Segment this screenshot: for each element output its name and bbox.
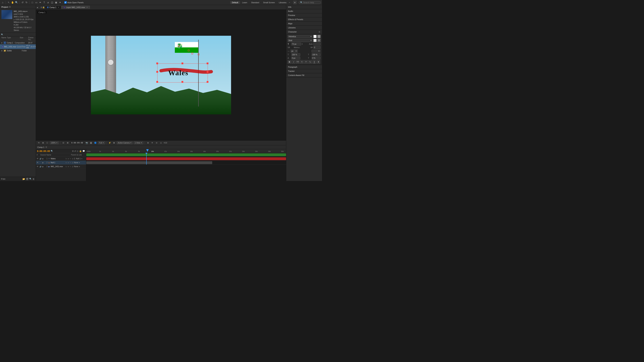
brush-icon[interactable]: ⌀: [46, 1, 50, 4]
new-comp-icon[interactable]: 🎬: [26, 178, 28, 180]
search-folder-icon[interactable]: 🔍: [29, 178, 32, 180]
show-channel-icon[interactable]: 🔵: [94, 141, 97, 145]
tl-layer-1[interactable]: 👁 🔊 ▶ 1 T Wales fx ★ ✎ @ 2. Null 1 ▼: [36, 157, 86, 161]
search-input[interactable]: [303, 1, 319, 3]
project-search-input[interactable]: [4, 33, 35, 35]
project-menu-icon[interactable]: ☰: [9, 6, 10, 8]
workspace-standard[interactable]: Standard: [250, 1, 261, 4]
bold-button[interactable]: B: [288, 60, 291, 64]
workspace-learn[interactable]: Learn: [240, 1, 249, 4]
color-swatch-trans[interactable]: [314, 39, 316, 42]
zoom-icon[interactable]: 🔍: [15, 1, 18, 4]
super-button[interactable]: T²: [304, 60, 308, 64]
grid-icon[interactable]: ⊞: [41, 141, 44, 145]
smallcaps-button[interactable]: Tr: [300, 60, 304, 64]
auto-open-checkbox[interactable]: Auto-Open Panels: [64, 1, 84, 3]
sub-button[interactable]: T₂: [308, 60, 312, 64]
scale-h-input[interactable]: 100 %: [291, 53, 300, 56]
home-icon[interactable]: ⌂: [1, 1, 4, 4]
tl-expand-1[interactable]: ▶: [42, 158, 44, 160]
tl-vis-2[interactable]: 👁: [37, 162, 39, 164]
workspace-default[interactable]: Default: [230, 1, 240, 4]
strike-button[interactable]: T: [316, 60, 320, 64]
font-family-dropdown[interactable]: Helvetica ▼: [288, 35, 313, 38]
tl-vis-3[interactable]: 👁: [37, 166, 39, 168]
tracking-input[interactable]: [314, 46, 320, 49]
stamp-icon[interactable]: ▣: [54, 1, 58, 4]
tl-comment-icon[interactable]: 💬: [82, 150, 85, 152]
font-style-dropdown[interactable]: Bold ▼: [288, 39, 313, 42]
workspace-libraries[interactable]: Libraries: [277, 1, 288, 4]
mask-icon[interactable]: ⬡: [46, 141, 49, 145]
pen-icon[interactable]: ✒: [39, 1, 42, 4]
scale-v-input[interactable]: 100 %: [312, 53, 320, 56]
exposure-icon[interactable]: ☀: [150, 141, 154, 145]
comp-tab-comp1[interactable]: C Comp 1 ✕: [45, 6, 61, 9]
quality-dropdown[interactable]: Full ▼: [98, 141, 105, 144]
selection-icon[interactable]: ↖: [7, 1, 10, 4]
workspace-small[interactable]: Small Screen: [261, 1, 276, 4]
tl-switch-icon[interactable]: ⇄: [74, 150, 76, 152]
comp-tab-layer[interactable]: L Layer IMG_1431.mov ✕: [62, 6, 90, 9]
eraser-icon[interactable]: ◫: [50, 1, 54, 4]
tl-lock-icon[interactable]: 🔒: [79, 150, 82, 152]
file-item-solids[interactable]: ▶ 📁 Solids Folder: [0, 49, 36, 52]
tl-parent-2[interactable]: @ None ▼: [72, 162, 85, 164]
color-swatch-gray[interactable]: [317, 35, 320, 38]
stereo-icon[interactable]: ⊟: [146, 141, 150, 145]
unit-dropdown-2[interactable]: ▼: [312, 50, 320, 52]
puppet-icon[interactable]: ✦: [58, 1, 62, 4]
tl-vis-1[interactable]: 👁: [37, 158, 39, 160]
paragraph-header[interactable]: Paragraph: [286, 65, 322, 69]
layer-tab-close[interactable]: ✕: [86, 6, 88, 8]
effects-header[interactable]: Effects & Presets: [286, 17, 322, 21]
tl-audio-3[interactable]: 🔊: [40, 166, 42, 168]
baseline-input[interactable]: 0 px: [291, 57, 300, 59]
character-header[interactable]: Character ☰: [286, 30, 322, 34]
tl-search-icon[interactable]: 🔍: [51, 150, 53, 152]
delete-icon[interactable]: 🗑: [32, 178, 35, 180]
tl-nav-icon[interactable]: ⊞: [72, 150, 74, 152]
timeline-menu-icon[interactable]: ☰: [46, 146, 47, 148]
tl-layer-3[interactable]: 👁 🔊 ▶ 3 ▶ IMG_1431.mov fx ★ ✎ @ None ▼: [36, 165, 86, 169]
tl-audio-1[interactable]: 🔊: [40, 158, 42, 160]
auto-open-check[interactable]: [64, 1, 67, 3]
tl-layer-2[interactable]: 👁 ▶ 2 ◎ Null 1 fx ★ ✎ @ None ▼: [36, 161, 86, 165]
type-icon[interactable]: T: [42, 1, 46, 4]
zoom-dropdown[interactable]: 100% ▼: [50, 141, 59, 144]
tl-expand-2[interactable]: ▶: [42, 162, 44, 164]
show-snapshot-icon[interactable]: 🖼: [90, 141, 93, 145]
allcaps-button[interactable]: TT: [296, 60, 300, 64]
info-header[interactable]: Info: [286, 5, 322, 9]
color-swatch-white[interactable]: [314, 35, 316, 38]
view-dropdown[interactable]: 1 View ▼: [134, 141, 143, 144]
font-size-input[interactable]: [291, 43, 301, 45]
more-workspaces-icon[interactable]: »: [289, 1, 292, 3]
tl-parent-3[interactable]: @ None ▼: [72, 166, 85, 168]
leading-input[interactable]: [314, 43, 320, 45]
reset-view-icon[interactable]: ⟲: [37, 141, 40, 145]
tl-expand-3[interactable]: ▶: [42, 166, 44, 168]
unit-dropdown[interactable]: px ▼: [290, 49, 298, 53]
redo-icon[interactable]: ↻: [25, 1, 28, 4]
tab-lock-icon[interactable]: 🔒: [42, 6, 44, 8]
preview-header[interactable]: Preview: [286, 13, 322, 17]
fit-frame-icon[interactable]: ⊡: [62, 141, 65, 145]
transparency-icon[interactable]: ◻: [159, 141, 162, 145]
snapshot-icon[interactable]: 📷: [85, 141, 88, 145]
file-item-mov[interactable]: Q IMG_1431.mov QuickTime 47.0 MB 29.974: [0, 44, 36, 49]
hand-icon[interactable]: ✋: [11, 1, 14, 4]
align-header[interactable]: Align: [286, 21, 322, 25]
camera-dropdown[interactable]: Active Camera ▼: [117, 141, 133, 144]
reset-exposure-icon[interactable]: ⊙: [155, 141, 158, 145]
tl-parent-1[interactable]: @ 2. Null 1 ▼: [72, 158, 85, 160]
tab-grid-icon[interactable]: ⊞: [40, 6, 42, 8]
tracker-header[interactable]: Tracker: [286, 69, 322, 73]
italic-button[interactable]: I: [292, 60, 296, 64]
tsf-input[interactable]: 0 %: [312, 57, 320, 59]
underline-button[interactable]: T: [312, 60, 316, 64]
color-picker-icon[interactable]: ⚙: [317, 39, 320, 42]
prev-panel-icon[interactable]: ◂: [37, 6, 40, 9]
comp-tab-close[interactable]: ✕: [58, 6, 59, 8]
audio-header[interactable]: Audio: [286, 9, 322, 13]
